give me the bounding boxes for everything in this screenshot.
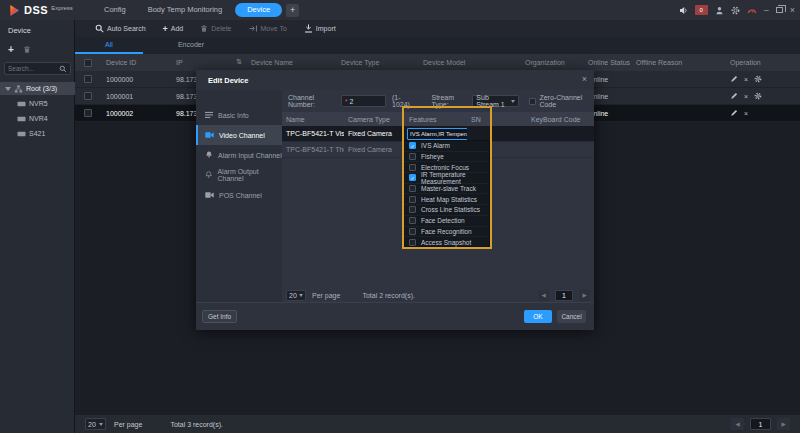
feature-option-cross-line[interactable]: Cross Line Statistics [403,205,489,216]
minimize-button[interactable]: – [764,5,769,15]
sidebar-search [4,62,71,75]
tab-encoder[interactable]: Encoder [143,37,239,54]
auto-search-button[interactable]: Auto Search [95,24,146,33]
user-icon[interactable] [715,6,724,15]
nav-alarm-input-channel[interactable]: Alarm Input Channel [196,145,282,165]
checkbox-icon[interactable] [409,153,416,160]
next-page-button[interactable]: ▶ [777,418,790,430]
edit-icon[interactable] [730,92,738,100]
delete-icon[interactable]: × [744,93,748,100]
tab-all[interactable]: All [75,37,143,54]
chevron-down-icon[interactable] [5,87,11,91]
checkbox-icon[interactable] [409,217,416,224]
col-features: Features [405,112,467,126]
trash-icon[interactable] [23,45,31,54]
close-button[interactable]: × [790,5,795,15]
feature-option-master-slave-track[interactable]: Master-slave Track [403,184,489,195]
new-tab-button[interactable]: + [286,4,299,17]
page-size-select[interactable]: 20 [286,290,306,301]
channel-number-input[interactable]: * 2 [341,95,386,107]
feature-option-face-detection[interactable]: Face Detection [403,216,489,227]
feature-option-access-snapshot[interactable]: Access Snapshot [403,237,489,248]
tree-device-label: NVR5 [29,100,48,107]
titlebar: DSS Express Config Body Temp Monitoring … [0,0,800,20]
feature-option-ir-temperature[interactable]: ✓ IR Temperature Measurement [403,173,489,184]
channel-table-header: Name Camera Type Features SN KeyBoard Co… [282,112,594,126]
delete-device-button[interactable]: Delete [200,24,231,33]
row-checkbox[interactable] [84,92,92,100]
chevron-down-icon [99,423,103,426]
move-to-icon [249,24,258,33]
view-tabs: All Encoder [75,37,800,54]
tree-node-device[interactable]: S421 [0,127,75,140]
feature-option-fisheye[interactable]: Fisheye [403,152,489,163]
ok-button[interactable]: OK [524,310,552,323]
gauge-icon[interactable] [747,6,757,15]
settings-icon[interactable] [754,92,762,100]
current-page[interactable]: 1 [750,418,771,430]
add-device-button[interactable]: + Add [163,24,184,34]
move-to-button[interactable]: Move To [249,24,287,33]
checkbox-icon[interactable] [409,196,416,203]
edit-icon[interactable] [730,75,738,83]
edit-icon[interactable] [730,109,738,117]
features-select[interactable]: IVS Alarm,IR Tempera... [407,128,467,140]
chevron-down-icon [299,294,303,297]
tree-node-device[interactable]: NVR4 [0,112,75,125]
speaker-icon[interactable] [679,6,688,15]
device-icon [17,116,26,122]
gear-icon[interactable] [731,6,740,15]
tab-device[interactable]: Device [235,3,282,17]
close-icon[interactable]: × [582,74,587,84]
nav-video-channel[interactable]: Video Channel [196,125,282,145]
col-name: Name [282,112,344,126]
cancel-button[interactable]: Cancel [557,310,586,323]
total-records-label: Total 2 record(s). [362,292,415,299]
channel-number-range: (1-1024) [392,94,416,108]
delete-icon[interactable]: × [744,76,748,83]
stream-type-select[interactable]: Sub Stream 1 [472,95,519,107]
prev-page-button[interactable]: ◀ [731,418,744,430]
settings-icon[interactable] [754,75,762,83]
nav-basic-info[interactable]: Basic Info [196,105,282,125]
select-all-checkbox[interactable] [84,59,92,67]
zero-channel-checkbox[interactable] [529,98,536,105]
nav-pos-channel[interactable]: POS Channel [196,185,282,205]
add-organization-button[interactable]: + [8,44,14,55]
checkbox-icon[interactable] [409,164,416,171]
zero-channel-label: Zero-Channel Code [539,94,594,108]
device-sidebar: Device + [0,20,75,433]
feature-option-ivs-alarm[interactable]: ✓ IVS Alarm [403,141,489,152]
nav-alarm-output-channel[interactable]: Alarm Output Channel [196,165,282,185]
prev-page-button[interactable]: ◀ [538,290,549,301]
checkbox-icon[interactable] [409,206,416,213]
import-button[interactable]: Import [304,24,336,33]
pos-channel-icon [205,191,214,199]
current-page[interactable]: 1 [555,290,573,301]
sort-icon[interactable]: ⇅ [236,58,242,66]
col-device-id: Device ID [100,54,170,71]
feature-option-face-recognition[interactable]: Face Recognition [403,227,489,238]
search-input[interactable] [8,65,59,72]
total-records-label: Total 3 record(s). [170,421,223,428]
modal-header: Edit Device × [196,70,594,90]
feature-option-heat-map[interactable]: Heat Map Statistics [403,194,489,205]
get-info-button[interactable]: Get Info [202,310,237,323]
organization-icon [14,85,23,93]
row-checkbox[interactable] [84,109,92,117]
checkbox-icon[interactable] [409,239,416,246]
tab-body-temp-monitoring[interactable]: Body Temp Monitoring [139,0,231,20]
next-page-button[interactable]: ▶ [579,290,590,301]
tree-node-device[interactable]: NVR5 [0,97,75,110]
restore-button[interactable] [776,7,783,13]
tab-config[interactable]: Config [95,0,135,20]
tree-node-root[interactable]: Root (3/3) [0,82,75,95]
checkbox-icon[interactable] [409,228,416,235]
checkbox-icon[interactable] [409,185,416,192]
alarm-count-badge[interactable]: 0 [695,5,708,15]
row-checkbox[interactable] [84,75,92,83]
checkbox-checked-icon[interactable]: ✓ [409,174,416,181]
page-size-select[interactable]: 20 [85,418,106,430]
delete-icon[interactable]: × [744,110,748,117]
checkbox-checked-icon[interactable]: ✓ [409,142,416,149]
